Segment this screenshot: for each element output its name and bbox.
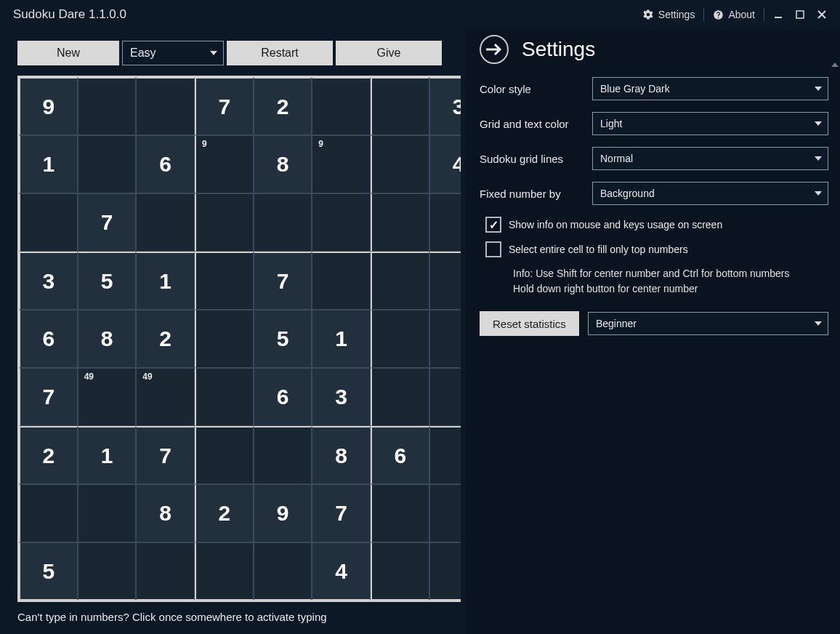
- sudoku-cell[interactable]: [429, 310, 461, 368]
- panel-close-button[interactable]: [480, 35, 509, 64]
- sudoku-cell[interactable]: 3: [19, 252, 78, 310]
- sudoku-cell[interactable]: 6: [371, 426, 429, 484]
- grid-text-color-label: Grid and text color: [480, 118, 592, 130]
- sudoku-cell[interactable]: [429, 542, 461, 601]
- sudoku-cell[interactable]: 7: [312, 484, 371, 542]
- sudoku-cell[interactable]: [19, 484, 78, 542]
- give-button[interactable]: Give: [336, 41, 442, 65]
- sudoku-cell[interactable]: [195, 368, 254, 426]
- sudoku-cell[interactable]: 5: [78, 252, 137, 310]
- grid-text-color-select[interactable]: Light: [592, 112, 828, 135]
- sudoku-cell[interactable]: 1: [312, 310, 371, 368]
- sudoku-cell[interactable]: 49: [136, 368, 195, 426]
- sudoku-cell[interactable]: [254, 542, 312, 601]
- grid-lines-select[interactable]: Normal: [592, 147, 828, 170]
- divider: [764, 8, 764, 21]
- sudoku-cell[interactable]: 4: [312, 542, 371, 601]
- scroll-up-indicator[interactable]: [831, 63, 839, 67]
- sudoku-cell[interactable]: [19, 193, 78, 252]
- sudoku-cell[interactable]: 1: [19, 135, 78, 193]
- sudoku-cell[interactable]: 9: [195, 135, 254, 193]
- sudoku-cell[interactable]: 8: [136, 484, 195, 542]
- sudoku-cell[interactable]: 5: [19, 542, 78, 601]
- sudoku-cell[interactable]: [78, 484, 137, 542]
- sudoku-cell[interactable]: 2: [254, 77, 312, 135]
- new-button[interactable]: New: [17, 41, 119, 65]
- sudoku-cell[interactable]: 3: [312, 368, 371, 426]
- sudoku-cell[interactable]: 2: [195, 484, 254, 542]
- sudoku-cell[interactable]: [371, 542, 429, 601]
- sudoku-cell[interactable]: 8: [312, 426, 371, 484]
- sudoku-cell[interactable]: [78, 135, 137, 193]
- sudoku-cell[interactable]: 2: [136, 310, 195, 368]
- sudoku-cell[interactable]: [78, 77, 137, 135]
- sudoku-cell[interactable]: 8: [254, 135, 312, 193]
- settings-panel: Settings Color style Blue Gray Dark Grid…: [465, 29, 840, 634]
- sudoku-cell[interactable]: [371, 77, 429, 135]
- settings-button[interactable]: Settings: [637, 6, 701, 23]
- sudoku-cell[interactable]: 4: [429, 135, 461, 193]
- restart-button[interactable]: Restart: [227, 41, 333, 65]
- sudoku-cell[interactable]: 7: [78, 193, 137, 252]
- settings-label: Settings: [658, 9, 695, 20]
- sudoku-cell[interactable]: 7: [19, 368, 78, 426]
- sudoku-cell[interactable]: 6: [19, 310, 78, 368]
- about-button[interactable]: About: [707, 6, 761, 23]
- sudoku-cell[interactable]: [312, 193, 371, 252]
- sudoku-cell[interactable]: [312, 77, 371, 135]
- svg-rect-1: [796, 11, 804, 18]
- sudoku-cell[interactable]: 6: [254, 368, 312, 426]
- sudoku-cell[interactable]: [312, 252, 371, 310]
- sudoku-cell[interactable]: [136, 193, 195, 252]
- sudoku-cell[interactable]: [136, 542, 195, 601]
- fixed-number-select[interactable]: Background: [592, 182, 828, 205]
- sudoku-cell[interactable]: [371, 193, 429, 252]
- reset-statistics-button[interactable]: Reset statistics: [480, 311, 579, 336]
- sudoku-cell[interactable]: 7: [254, 252, 312, 310]
- sudoku-cell[interactable]: 5: [254, 310, 312, 368]
- sudoku-cell[interactable]: [136, 77, 195, 135]
- sudoku-cell[interactable]: [371, 368, 429, 426]
- sudoku-cell[interactable]: 2: [19, 426, 78, 484]
- sudoku-cell[interactable]: [371, 484, 429, 542]
- sudoku-cell[interactable]: [429, 193, 461, 252]
- color-style-select[interactable]: Blue Gray Dark: [592, 77, 828, 100]
- sudoku-cell[interactable]: [371, 135, 429, 193]
- sudoku-cell[interactable]: 7: [136, 426, 195, 484]
- difficulty-select[interactable]: Easy: [122, 41, 224, 65]
- minimize-button[interactable]: [767, 4, 789, 25]
- sudoku-cell[interactable]: [195, 542, 254, 601]
- sudoku-cell[interactable]: 9: [19, 77, 78, 135]
- select-entire-checkbox[interactable]: [485, 241, 501, 257]
- sudoku-cell[interactable]: 8: [78, 310, 137, 368]
- chevron-down-icon: [815, 87, 822, 91]
- difficulty-value: Easy: [130, 47, 156, 60]
- show-info-label: Show info on mouse and keys usage on scr…: [509, 219, 722, 230]
- maximize-button[interactable]: [789, 4, 811, 25]
- sudoku-cell[interactable]: [254, 193, 312, 252]
- sudoku-cell[interactable]: [195, 310, 254, 368]
- sudoku-cell[interactable]: 1: [136, 252, 195, 310]
- arrow-right-icon: [486, 44, 502, 55]
- sudoku-cell[interactable]: [429, 368, 461, 426]
- sudoku-cell[interactable]: [371, 252, 429, 310]
- sudoku-cell[interactable]: [429, 252, 461, 310]
- sudoku-cell[interactable]: 6: [136, 135, 195, 193]
- sudoku-cell[interactable]: 49: [78, 368, 137, 426]
- sudoku-cell[interactable]: [78, 542, 137, 601]
- sudoku-cell[interactable]: [371, 310, 429, 368]
- sudoku-cell[interactable]: 9: [254, 484, 312, 542]
- show-info-checkbox[interactable]: [485, 217, 501, 233]
- sudoku-cell[interactable]: 3: [429, 77, 461, 135]
- sudoku-cell[interactable]: [195, 193, 254, 252]
- sudoku-cell[interactable]: [429, 484, 461, 542]
- close-button[interactable]: [811, 4, 833, 25]
- sudoku-cell[interactable]: 9: [312, 135, 371, 193]
- sudoku-cell[interactable]: 1: [78, 426, 137, 484]
- sudoku-cell[interactable]: [429, 426, 461, 484]
- sudoku-cell[interactable]: [254, 426, 312, 484]
- sudoku-cell[interactable]: [195, 252, 254, 310]
- sudoku-cell[interactable]: [195, 426, 254, 484]
- reset-level-select[interactable]: Beginner: [588, 312, 828, 335]
- sudoku-cell[interactable]: 7: [195, 77, 254, 135]
